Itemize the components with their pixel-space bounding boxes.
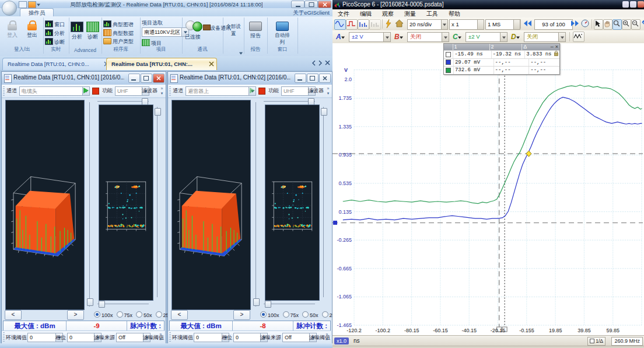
zoom-scale-radio-50x[interactable] bbox=[302, 311, 309, 318]
cursor-measurement-box[interactable]: 1 2 Δ – × -15.49 ns -19.32 ns 3.833 ns 2… bbox=[443, 43, 560, 75]
auto-arrange-button[interactable]: 自动排列 bbox=[273, 19, 292, 46]
buffer-forward-button[interactable] bbox=[570, 19, 581, 29]
realtime-analyze-button[interactable]: 分析 bbox=[45, 29, 65, 37]
egis-close-button[interactable] bbox=[318, 1, 331, 8]
pico-title-bar[interactable]: PicoScope 6 - [20160824-0005.psdata] bbox=[332, 0, 644, 9]
trigger-lightning-icon[interactable] bbox=[384, 19, 395, 29]
close-icon[interactable] bbox=[209, 61, 214, 67]
channel-d-range-select[interactable]: 关闭 bbox=[524, 32, 566, 42]
next-button[interactable]: > bbox=[233, 310, 250, 320]
toolbar-overflow-icon[interactable]: »▾ bbox=[326, 86, 331, 96]
buffer-navigator-button[interactable] bbox=[581, 19, 592, 29]
application-orb-button[interactable] bbox=[2, 1, 17, 16]
doc-tab-chn01[interactable]: Realtime Data [RTU:01, CHN:0... bbox=[2, 58, 112, 70]
channel-b-label[interactable]: B bbox=[394, 33, 400, 41]
qat-lock-icon[interactable] bbox=[28, 1, 36, 8]
play-button[interactable] bbox=[83, 88, 89, 93]
lock-icon[interactable] bbox=[554, 51, 559, 58]
realtime-diagnose-button[interactable]: 诊断 bbox=[45, 38, 65, 46]
egis-title-bar[interactable]: 局部放电检测/监测仪 - Realtime Data [RTU:01, CHN:… bbox=[0, 0, 332, 9]
chn01-close-button[interactable] bbox=[153, 74, 164, 83]
buffer-back-button[interactable] bbox=[523, 19, 533, 29]
zoom-out-button[interactable] bbox=[631, 19, 640, 30]
pan-tool-button[interactable] bbox=[603, 19, 612, 30]
right-slider-track[interactable] bbox=[323, 107, 324, 297]
bottom-slider-track[interactable] bbox=[264, 304, 315, 304]
channel-select[interactable]: 电缆头 bbox=[19, 86, 90, 96]
chn01-title-bar[interactable]: Realtime Data [RTU:01, CHN:01] [2016/0..… bbox=[2, 72, 166, 85]
chevron-down-icon[interactable] bbox=[341, 37, 345, 39]
channel-a-label[interactable]: A bbox=[336, 33, 341, 41]
toolbar-overflow-icon[interactable]: »▾ bbox=[159, 86, 164, 96]
chevron-down-icon[interactable] bbox=[458, 37, 461, 39]
zoom-scale-radio-75x[interactable] bbox=[283, 311, 289, 318]
channel-a-range-select[interactable]: ±2 V bbox=[349, 32, 391, 42]
home-button[interactable] bbox=[395, 19, 405, 29]
zoom-scale-radio-100x[interactable] bbox=[94, 311, 100, 318]
channel-select[interactable]: 避雷器上 bbox=[186, 86, 256, 96]
prev-button[interactable]: < bbox=[5, 310, 22, 320]
top-slider-track[interactable] bbox=[264, 101, 315, 102]
close-icon[interactable]: × bbox=[554, 44, 559, 50]
next-button[interactable]: > bbox=[67, 310, 84, 320]
toolbar-overflow-icon[interactable]: »▾ bbox=[324, 332, 330, 342]
chevron-down-icon[interactable] bbox=[500, 33, 507, 41]
divider-slider-handle[interactable] bbox=[253, 298, 260, 306]
typical-atlas-button[interactable]: 典型图谱 bbox=[103, 20, 134, 28]
divider-slider-track[interactable] bbox=[89, 102, 90, 307]
channel-c-label[interactable]: C bbox=[453, 33, 458, 41]
bottom-slider-handle[interactable] bbox=[265, 301, 271, 308]
egis-minimize-button[interactable] bbox=[291, 1, 304, 8]
tab-operator[interactable]: 操作员 bbox=[20, 8, 54, 17]
zoom-scale-radio-50x[interactable] bbox=[136, 311, 142, 318]
scope-view-button[interactable] bbox=[334, 19, 346, 30]
prev-button[interactable]: < bbox=[171, 310, 188, 320]
channel-c-range-select[interactable]: ±2 V bbox=[466, 32, 508, 42]
channel-b-range-select[interactable]: 关闭 bbox=[407, 32, 449, 42]
spinner-arrows-icon[interactable] bbox=[513, 20, 520, 29]
chn02-title-bar[interactable]: Realtime Data [RTU:01, CHN:02] [2016/0..… bbox=[168, 72, 332, 85]
qat-dropdown-icon[interactable] bbox=[37, 1, 42, 7]
doc-tab-chn02-active[interactable]: Realtime Data [RTU:01, CHN:... bbox=[106, 58, 217, 70]
tab-scroll-right-icon[interactable] bbox=[318, 60, 323, 66]
top-slider-track[interactable] bbox=[97, 101, 149, 102]
minimize-icon[interactable]: – bbox=[550, 44, 554, 50]
buffer-position[interactable]: 93 of 100 bbox=[534, 19, 573, 30]
advanced-analyze-button[interactable]: 分析 bbox=[69, 19, 85, 46]
chevron-down-icon[interactable] bbox=[516, 37, 520, 39]
right-slider-handle[interactable] bbox=[321, 108, 327, 116]
egis-maximize-button[interactable] bbox=[304, 1, 318, 8]
scope-plot[interactable] bbox=[332, 43, 644, 335]
chn02-close-button[interactable] bbox=[319, 74, 331, 83]
toolbar-overflow-icon[interactable]: »▾ bbox=[158, 332, 163, 342]
chn02-maximize-button[interactable] bbox=[307, 74, 318, 83]
bottom-slider-track[interactable] bbox=[97, 304, 149, 304]
pico-minimize-button[interactable] bbox=[622, 1, 629, 8]
chevron-down-icon[interactable] bbox=[442, 33, 449, 41]
right-slider-handle[interactable] bbox=[155, 108, 161, 116]
divider-slider-track[interactable] bbox=[256, 102, 256, 307]
chevron-down-icon[interactable] bbox=[558, 33, 565, 41]
zoom-tool-button[interactable] bbox=[612, 19, 622, 30]
scale-multiplier-spinner[interactable]: x 1 bbox=[449, 19, 484, 30]
divider-slider-handle[interactable] bbox=[87, 298, 93, 306]
tab-scroll-left-icon[interactable] bbox=[312, 60, 316, 66]
undo-zoom-button[interactable] bbox=[640, 19, 644, 29]
all-settings-button[interactable]: 全部设置 bbox=[224, 22, 243, 49]
chevron-down-icon[interactable] bbox=[383, 33, 390, 41]
stop-button[interactable] bbox=[258, 88, 265, 95]
logout-button[interactable]: 登出 bbox=[23, 19, 41, 46]
timebase-select[interactable]: 20 ns/div bbox=[407, 19, 448, 30]
zoom-scale-radio-25x[interactable] bbox=[322, 311, 328, 318]
pointer-tool-button[interactable] bbox=[594, 19, 603, 30]
chn02-minimize-button[interactable] bbox=[295, 74, 306, 83]
chevron-down-icon[interactable] bbox=[400, 37, 403, 39]
realtime-window-button[interactable]: 窗口 bbox=[45, 20, 65, 28]
pico-close-button[interactable] bbox=[638, 1, 644, 8]
zoom-in-button[interactable] bbox=[622, 19, 631, 30]
probe-button[interactable] bbox=[573, 32, 584, 42]
zoom-scale-radio-100x[interactable] bbox=[260, 311, 267, 318]
spectrum-view-button[interactable] bbox=[358, 19, 369, 30]
qat-window-icon[interactable] bbox=[19, 1, 27, 8]
login-button[interactable]: 登入 bbox=[3, 19, 22, 46]
